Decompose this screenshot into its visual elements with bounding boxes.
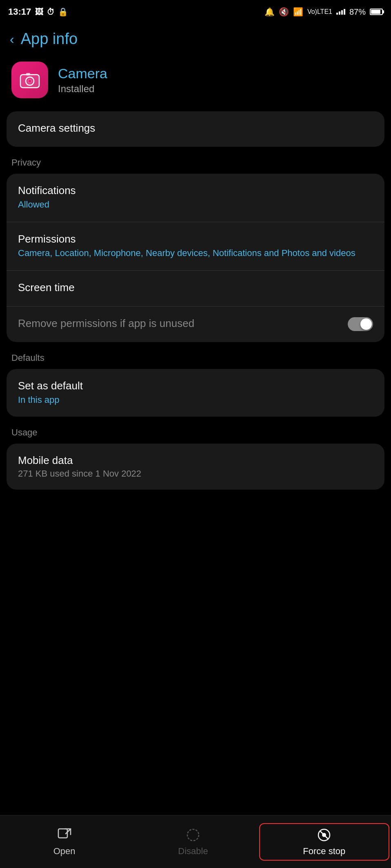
mobile-data-subtitle: 271 KB used since 1 Nov 2022	[18, 468, 373, 479]
permissions-item[interactable]: Permissions Camera, Location, Microphone…	[7, 222, 384, 270]
app-name-block: Camera Installed	[58, 66, 107, 95]
photo-status-icon: 🖼	[35, 7, 43, 17]
remove-permissions-item[interactable]: Remove permissions if app is unused	[7, 306, 384, 342]
app-name: Camera	[58, 66, 107, 82]
camera-settings-card[interactable]: Camera settings	[7, 111, 384, 147]
status-right-icons: 🔔 🔇 📶 Vo)LTE1 87%	[264, 7, 383, 17]
force-stop-nav-item[interactable]: Force stop	[259, 823, 389, 861]
defaults-card: Set as default In this app	[7, 369, 384, 417]
notifications-item[interactable]: Notifications Allowed	[7, 174, 384, 222]
defaults-section-label: Defaults	[0, 345, 391, 366]
force-stop-icon	[316, 827, 332, 843]
camera-settings-item[interactable]: Camera settings	[7, 111, 384, 147]
status-bar: 13:17 🖼 ⏱ 🔒 🔔 🔇 📶 Vo)LTE1 87%	[0, 0, 391, 22]
remove-permissions-title: Remove permissions if app is unused	[18, 317, 194, 330]
privacy-section-label: Privacy	[0, 150, 391, 170]
screen-time-item[interactable]: Screen time	[7, 270, 384, 306]
mute-status-icon: 🔇	[279, 7, 289, 17]
page-title: App info	[21, 30, 78, 48]
app-icon	[11, 62, 48, 98]
mobile-data-title: Mobile data	[18, 454, 373, 467]
toggle-knob	[360, 318, 372, 330]
back-button[interactable]: ‹	[10, 33, 14, 46]
disable-nav-label: Disable	[178, 846, 208, 857]
app-info-card: Camera Installed	[0, 52, 391, 108]
open-nav-item[interactable]: Open	[0, 821, 129, 863]
lte-status-icon: Vo)LTE1	[307, 8, 332, 15]
set-as-default-subtitle: In this app	[18, 394, 373, 406]
usage-section-label: Usage	[0, 420, 391, 440]
set-as-default-title: Set as default	[18, 380, 373, 392]
battery-icon	[370, 9, 383, 15]
remove-permissions-row: Remove permissions if app is unused	[18, 317, 373, 331]
header: ‹ App info	[0, 22, 391, 52]
set-as-default-item[interactable]: Set as default In this app	[7, 369, 384, 417]
signal-icon	[336, 9, 345, 15]
status-icons: 🖼 ⏱ 🔒	[35, 7, 68, 17]
notifications-title: Notifications	[18, 184, 373, 197]
camera-settings-label: Camera settings	[18, 122, 373, 135]
alert-status-icon: 🔔	[264, 7, 275, 17]
lock-status-icon: 🔒	[58, 7, 68, 17]
open-nav-label: Open	[53, 846, 76, 857]
privacy-card: Notifications Allowed Permissions Camera…	[7, 174, 384, 342]
svg-rect-4	[26, 73, 30, 75]
notifications-subtitle: Allowed	[18, 199, 373, 211]
app-status: Installed	[58, 83, 107, 95]
bottom-nav: Open Disable Force stop	[0, 815, 391, 868]
disable-nav-item[interactable]: Disable	[129, 821, 257, 863]
force-stop-nav-label: Force stop	[303, 846, 345, 857]
camera-app-icon	[19, 69, 41, 91]
status-time: 13:17	[8, 7, 31, 17]
battery-percentage: 87%	[349, 7, 366, 17]
permissions-subtitle: Camera, Location, Microphone, Nearby dev…	[18, 247, 373, 260]
usage-card: Mobile data 271 KB used since 1 Nov 2022	[7, 444, 384, 490]
svg-point-7	[187, 829, 199, 841]
svg-point-5	[29, 80, 31, 83]
disable-icon	[185, 827, 201, 843]
permissions-title: Permissions	[18, 233, 373, 245]
open-icon	[57, 827, 72, 843]
clock-status-icon: ⏱	[47, 7, 55, 17]
wifi-status-icon: 📶	[293, 7, 303, 17]
screen-time-title: Screen time	[18, 281, 373, 294]
svg-line-10	[320, 831, 328, 839]
remove-permissions-toggle[interactable]	[348, 317, 373, 331]
mobile-data-item[interactable]: Mobile data 271 KB used since 1 Nov 2022	[7, 444, 384, 490]
